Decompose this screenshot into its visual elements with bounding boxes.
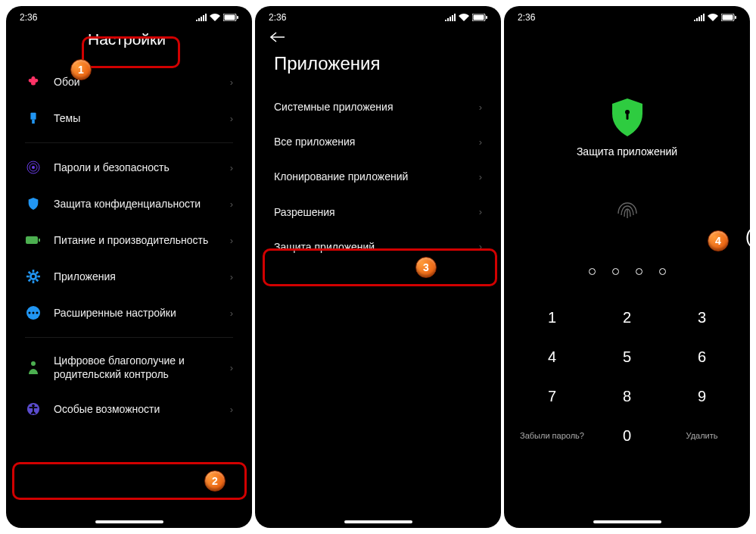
page-title: Настройки xyxy=(88,30,233,48)
svg-rect-25 xyxy=(626,114,628,120)
person-icon xyxy=(25,359,42,376)
svg-rect-2 xyxy=(237,16,238,19)
key-3[interactable]: 3 xyxy=(664,298,739,337)
svg-rect-9 xyxy=(39,239,40,242)
pin-dot xyxy=(659,268,666,275)
svg-point-7 xyxy=(32,166,35,169)
chevron-right-icon: › xyxy=(230,77,233,88)
home-indicator[interactable] xyxy=(95,520,163,523)
row-label: Питание и производительность xyxy=(54,233,218,247)
key-1[interactable]: 1 xyxy=(515,298,590,337)
row-label: Особые возможности xyxy=(54,402,218,416)
divider xyxy=(25,142,233,143)
svg-point-15 xyxy=(31,361,36,366)
settings-list: Обои › Темы › xyxy=(6,64,252,136)
row-battery[interactable]: Питание и производительность › xyxy=(25,222,233,258)
annotation-2: 2 xyxy=(204,470,226,492)
paren-decor: ( xyxy=(745,226,750,247)
row-accessibility[interactable]: Особые возможности › xyxy=(25,391,233,427)
brush-icon xyxy=(25,110,42,126)
accessibility-icon xyxy=(25,401,42,417)
status-bar: 2:36 xyxy=(6,6,252,23)
row-advanced[interactable]: Расширенные настройки › xyxy=(25,295,233,331)
page-title: Приложения xyxy=(274,53,482,74)
divider xyxy=(25,337,233,338)
chevron-right-icon: › xyxy=(479,241,482,252)
lock-panel: 2:36 Защита приложений xyxy=(504,6,750,528)
row-label: Защита конфиденциальности xyxy=(54,197,218,211)
svg-rect-4 xyxy=(32,120,35,123)
apps-panel: 2:36 Приложения Системные приложения › В… xyxy=(255,6,501,528)
key-4[interactable]: 4 xyxy=(515,337,590,376)
svg-point-17 xyxy=(32,404,35,408)
key-8[interactable]: 8 xyxy=(590,376,664,416)
chevron-right-icon: › xyxy=(230,362,233,373)
chevron-right-icon: › xyxy=(230,162,233,173)
battery-icon xyxy=(223,14,238,21)
annotation-4: 4 xyxy=(708,230,729,251)
chevron-right-icon: › xyxy=(230,113,233,124)
signal-icon xyxy=(445,14,456,21)
row-apps[interactable]: Приложения › xyxy=(25,258,233,295)
battery-icon xyxy=(721,14,736,21)
row-app-protection[interactable]: Защита приложений › xyxy=(274,230,482,264)
forgot-password-button[interactable]: Забыли пароль? xyxy=(515,431,590,440)
row-label: Цифровое благополучие и родительский кон… xyxy=(54,354,218,381)
key-5[interactable]: 5 xyxy=(590,337,664,376)
row-label: Пароли и безопасность xyxy=(54,161,218,174)
chevron-right-icon: › xyxy=(230,235,233,246)
row-all-apps[interactable]: Все приложения › xyxy=(274,124,482,159)
flower-icon xyxy=(25,73,42,90)
fingerprint-icon xyxy=(25,159,42,176)
status-time: 2:36 xyxy=(518,12,535,23)
svg-rect-1 xyxy=(225,15,235,20)
row-clone-apps[interactable]: Клонирование приложений › xyxy=(274,159,482,194)
row-label: Приложения xyxy=(54,270,218,283)
lock-title: Защита приложений xyxy=(504,145,750,158)
shield-icon xyxy=(25,195,42,212)
svg-rect-22 xyxy=(723,15,733,20)
wifi-icon xyxy=(459,14,469,21)
chevron-right-icon: › xyxy=(230,308,233,319)
svg-rect-8 xyxy=(26,236,38,244)
row-label: Расширенные настройки xyxy=(54,306,218,320)
row-wellbeing[interactable]: Цифровое благополучие и родительский кон… xyxy=(25,344,233,391)
status-icons xyxy=(196,14,238,21)
svg-rect-3 xyxy=(30,113,36,120)
svg-rect-19 xyxy=(474,15,484,20)
chevron-right-icon: › xyxy=(230,271,233,283)
wifi-icon xyxy=(210,14,220,21)
pin-dot xyxy=(589,268,596,275)
pin-dot xyxy=(612,268,619,275)
key-0[interactable]: 0 xyxy=(590,420,664,451)
status-bar: 2:36 xyxy=(255,6,501,23)
pin-dot xyxy=(636,268,642,275)
key-7[interactable]: 7 xyxy=(515,376,590,416)
home-indicator[interactable] xyxy=(344,520,412,523)
delete-button[interactable]: Удалить xyxy=(664,431,739,440)
svg-rect-23 xyxy=(735,16,736,19)
row-passwords[interactable]: Пароли и безопасность › xyxy=(25,149,233,186)
svg-point-12 xyxy=(29,312,31,314)
gear-icon xyxy=(25,268,42,285)
signal-icon xyxy=(694,14,705,21)
svg-rect-20 xyxy=(486,16,487,19)
key-2[interactable]: 2 xyxy=(590,298,664,337)
row-privacy[interactable]: Защита конфиденциальности › xyxy=(25,186,233,222)
battery-row-icon xyxy=(25,232,42,248)
status-icons xyxy=(694,14,736,21)
status-icons xyxy=(445,14,487,21)
battery-icon xyxy=(472,14,487,21)
pin-dots xyxy=(504,268,750,275)
chevron-right-icon: › xyxy=(479,101,482,113)
row-themes[interactable]: Темы › xyxy=(25,100,233,136)
back-button[interactable] xyxy=(255,23,501,45)
row-wallpaper[interactable]: Обои › xyxy=(25,64,233,100)
row-system-apps[interactable]: Системные приложения › xyxy=(274,89,482,124)
fingerprint-sensor-icon[interactable] xyxy=(504,195,750,223)
row-permissions[interactable]: Разрешения › xyxy=(274,195,482,230)
key-9[interactable]: 9 xyxy=(664,376,739,416)
key-6[interactable]: 6 xyxy=(664,337,739,376)
chevron-right-icon: › xyxy=(479,136,482,148)
home-indicator[interactable] xyxy=(593,520,661,523)
